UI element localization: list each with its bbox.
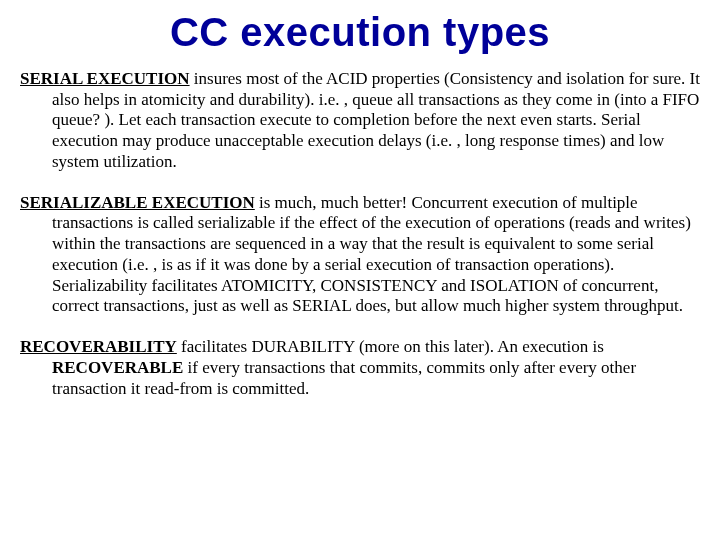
bold-recoverable: RECOVERABLE [52, 358, 183, 377]
lead-serializable: SERIALIZABLE EXECUTION [20, 193, 255, 212]
paragraph-serial: SERIAL EXECUTION insures most of the ACI… [20, 69, 700, 173]
paragraph-serializable: SERIALIZABLE EXECUTION is much, much bet… [20, 193, 700, 317]
text-recov-mid: facilitates DURABILITY (more on this lat… [177, 337, 604, 356]
paragraph-recoverability: RECOVERABILITY facilitates DURABILITY (m… [20, 337, 700, 399]
lead-serial: SERIAL EXECUTION [20, 69, 190, 88]
page-title: CC execution types [20, 10, 700, 55]
lead-recoverability: RECOVERABILITY [20, 337, 177, 356]
